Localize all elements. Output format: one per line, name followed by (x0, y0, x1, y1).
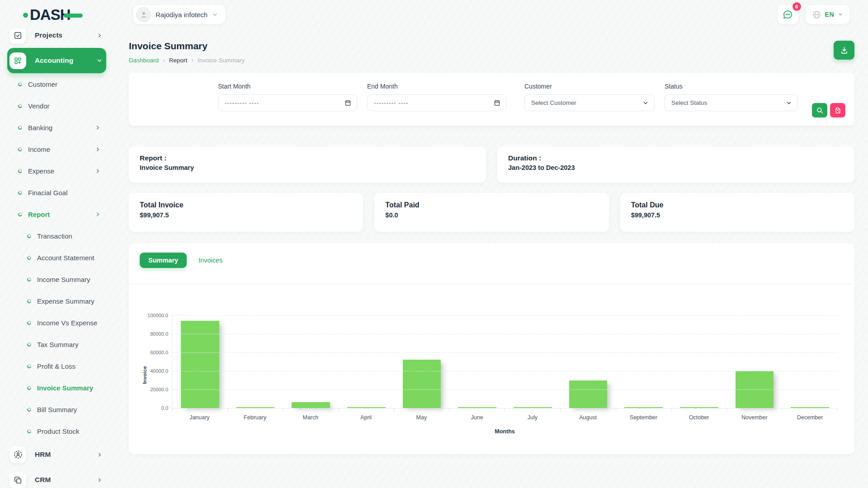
sidebar-item-expense-summary[interactable]: Expense Summary (0, 290, 111, 312)
bar-july[interactable] (505, 315, 561, 408)
company-name: Rajodiya infotech (156, 11, 208, 19)
duration-card-title: Duration : (508, 154, 844, 162)
sidebar-item-income[interactable]: Income (0, 138, 111, 160)
download-button[interactable] (834, 41, 854, 60)
bullet-icon (18, 103, 23, 108)
tab-invoices[interactable]: Invoices (198, 253, 222, 268)
bar-december[interactable] (782, 315, 838, 408)
bar-january[interactable] (172, 315, 228, 408)
sidebar-item-vendor[interactable]: Vendor (0, 95, 111, 117)
bar-march[interactable] (283, 315, 339, 408)
x-tick-label: July (505, 414, 561, 421)
x-tick-label: December (782, 414, 838, 421)
breadcrumb-separator: › (191, 56, 193, 64)
globe-icon (812, 10, 821, 19)
x-axis-tick (671, 408, 727, 411)
x-tick-label: February (227, 414, 283, 421)
sidebar-item-label: Product Stock (37, 427, 79, 435)
sidebar-item-label: Income Summary (37, 276, 90, 283)
company-switcher[interactable]: Rajodiya infotech (133, 5, 226, 24)
bullet-icon (27, 428, 32, 434)
tab-summary[interactable]: Summary (140, 253, 187, 268)
duration-card-value: Jan-2023 to Dec-2023 (508, 164, 844, 171)
bullet-icon (18, 211, 23, 217)
hrm-icon (14, 450, 23, 459)
bar-february[interactable] (228, 315, 283, 408)
bullet-icon (27, 320, 32, 325)
calendar-icon (494, 99, 500, 106)
report-card-value: Invoice Summary (140, 164, 475, 171)
x-axis-tick (782, 408, 838, 411)
stat-label: Total Invoice (140, 201, 352, 209)
crm-icon (14, 476, 22, 484)
sidebar-item-expense[interactable]: Expense (0, 160, 111, 182)
chevron-right-icon (97, 477, 103, 483)
bar-september[interactable] (616, 315, 671, 408)
breadcrumb-current: Invoice Summary (198, 57, 245, 64)
report-card-title: Report : (140, 154, 475, 162)
start-month-input[interactable]: --------- ---- (218, 94, 357, 111)
calendar-icon (344, 99, 351, 106)
sidebar-item-accounting[interactable]: Accounting (7, 48, 106, 73)
page-title: Invoice Summary (129, 41, 245, 52)
gridline (172, 371, 838, 371)
sidebar-item-income-summary[interactable]: Income Summary (0, 268, 111, 290)
bullet-icon (18, 125, 23, 130)
topbar-actions: 0 EN (777, 5, 850, 24)
sidebar-item-income-vs-expense[interactable]: Income Vs Expense (0, 312, 111, 333)
sidebar-item-account-statement[interactable]: Account Statement (0, 247, 111, 268)
stat-value: $0.0 (385, 211, 598, 219)
end-month-input[interactable]: --------- ---- (367, 94, 506, 111)
x-tick-label: August (560, 414, 616, 421)
language-selector[interactable]: EN (805, 5, 850, 24)
bar-august[interactable] (561, 315, 616, 408)
sidebar-item-hrm[interactable]: HRM (7, 442, 106, 467)
bullet-icon (27, 255, 32, 260)
chevron-right-icon (95, 211, 101, 217)
clear-filter-icon (835, 107, 841, 114)
sidebar: ProjectsAccountingCustomerVendorBankingI… (0, 29, 111, 488)
total-due-card: Total Due$99,907.5 (620, 193, 854, 232)
customer-select[interactable]: Select Customer (524, 94, 655, 111)
chevron-down-icon (786, 100, 792, 106)
end-month-label: End Month (367, 83, 524, 90)
x-tick-label: September (616, 414, 671, 421)
bar-june[interactable] (449, 315, 505, 408)
x-axis-tick (339, 408, 395, 411)
bar-october[interactable] (671, 315, 727, 408)
report-card: Report : Invoice Summary (129, 146, 486, 183)
bar-may[interactable] (394, 315, 450, 408)
reset-filter-button[interactable] (830, 103, 845, 117)
status-select[interactable]: Select Status (665, 94, 798, 111)
chevron-down-icon (642, 100, 649, 106)
tasks-icon-box (9, 29, 26, 44)
bar-november[interactable] (727, 315, 783, 408)
sidebar-item-product-stock[interactable]: Product Stock (0, 420, 111, 442)
messages-button[interactable]: 0 (777, 5, 799, 24)
sidebar-item-tax-summary[interactable]: Tax Summary (0, 333, 111, 355)
bar-april[interactable] (339, 315, 394, 408)
sidebar-item-label: Account Statement (37, 254, 94, 262)
y-tick-label: 40000.0 (150, 368, 168, 374)
sidebar-item-customer[interactable]: Customer (0, 73, 111, 95)
sidebar-item-finacial-goal[interactable]: Finacial Goal (0, 182, 111, 203)
stats-row: Total Invoice$99,907.5Total Paid$0.0Tota… (129, 193, 854, 232)
breadcrumb-report[interactable]: Report (169, 57, 188, 64)
breadcrumb: Dashboard › Report › Invoice Summary (129, 56, 245, 64)
sidebar-item-banking[interactable]: Banking (0, 117, 111, 138)
sidebar-item-report[interactable]: Report (0, 203, 111, 225)
chart-card: SummaryInvoices Invoice 0.020000.040000.… (129, 243, 854, 454)
sidebar-item-bill-summary[interactable]: Bill Summary (0, 399, 111, 420)
brand-logo[interactable]: DASH (30, 7, 71, 22)
sidebar-item-invoice-summary[interactable]: Invoice Summary (0, 377, 111, 399)
apply-filter-button[interactable] (812, 103, 827, 117)
sidebar-item-profit-loss[interactable]: Profit & Loss (0, 355, 111, 377)
sidebar-item-transaction[interactable]: Transaction (0, 225, 111, 247)
tasks-icon (14, 31, 22, 40)
bullet-icon (18, 168, 23, 174)
sidebar-item-label: Profit & Loss (37, 362, 75, 370)
filter-card: Start Month --------- ---- End Month ---… (129, 73, 854, 126)
breadcrumb-dashboard[interactable]: Dashboard (129, 57, 159, 64)
sidebar-item-crm[interactable]: CRM (7, 467, 106, 488)
sidebar-item-projects[interactable]: Projects (7, 29, 106, 48)
